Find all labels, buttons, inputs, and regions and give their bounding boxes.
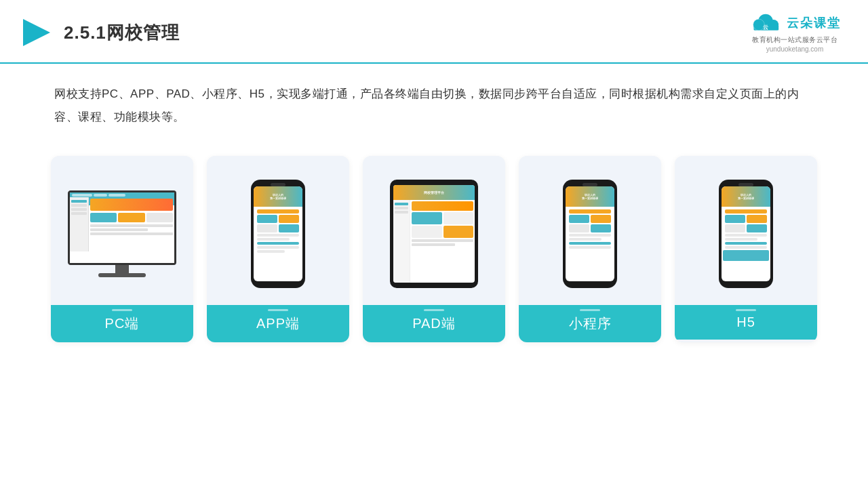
svg-marker-0	[23, 19, 50, 46]
header: 2.5.1网校管理 云 云朵课堂 教育机构一站式服务云平台 yunduoketa…	[0, 0, 868, 64]
pc-base	[98, 273, 146, 277]
page-title: 2.5.1网校管理	[64, 21, 180, 45]
pc-screen	[68, 190, 176, 265]
card-label-pad: PAD端	[363, 305, 505, 342]
tablet-screen: 网校管理平台	[393, 185, 475, 283]
card-h5-image: 职达人的第一堂训练课	[675, 156, 817, 305]
card-pad-image: 网校管理平台	[363, 156, 505, 305]
mobile-screen-mini: 职达人的第一堂训练课	[566, 186, 614, 281]
card-miniprogram: 职达人的第一堂训练课	[519, 156, 661, 342]
logo-cloud: 云 云朵课堂	[749, 12, 841, 34]
cards-container: PC端 职达人的第一堂训练课	[0, 142, 868, 356]
card-pc: PC端	[51, 156, 193, 342]
header-left: 2.5.1网校管理	[20, 16, 180, 49]
description: 网校支持PC、APP、PAD、小程序、H5，实现多端打通，产品各终端自由切换，数…	[0, 64, 868, 142]
logo-domain: yunduoketang.com	[766, 45, 824, 53]
svg-text:云: 云	[763, 24, 768, 30]
card-miniprogram-image: 职达人的第一堂训练课	[519, 156, 661, 305]
pc-neck	[115, 265, 129, 273]
mobile-screen-app: 职达人的第一堂训练课	[254, 186, 302, 281]
device-tablet: 网校管理平台	[390, 180, 478, 288]
device-mobile-h5: 职达人的第一堂训练课	[719, 180, 773, 288]
cloud-icon: 云	[749, 12, 783, 34]
logo-area: 云 云朵课堂 教育机构一站式服务云平台 yunduoketang.com	[749, 12, 841, 53]
card-pad: 网校管理平台	[363, 156, 505, 342]
card-h5: 职达人的第一堂训练课	[675, 156, 817, 342]
card-label-miniprogram: 小程序	[519, 305, 661, 342]
play-icon	[20, 16, 53, 49]
card-pc-image	[51, 156, 193, 305]
card-label-h5: H5	[675, 305, 817, 340]
device-pc	[68, 190, 176, 277]
device-mobile-app: 职达人的第一堂训练课	[251, 180, 305, 288]
description-text: 网校支持PC、APP、PAD、小程序、H5，实现多端打通，产品各终端自由切换，数…	[54, 87, 799, 123]
logo-text: 云朵课堂	[787, 15, 841, 31]
card-app: 职达人的第一堂训练课	[207, 156, 349, 342]
device-mobile-mini: 职达人的第一堂训练课	[563, 180, 617, 288]
card-label-app: APP端	[207, 305, 349, 342]
card-label-pc: PC端	[51, 305, 193, 342]
card-app-image: 职达人的第一堂训练课	[207, 156, 349, 305]
logo-sub: 教育机构一站式服务云平台	[752, 35, 837, 45]
mobile-screen-h5: 职达人的第一堂训练课	[722, 186, 770, 281]
